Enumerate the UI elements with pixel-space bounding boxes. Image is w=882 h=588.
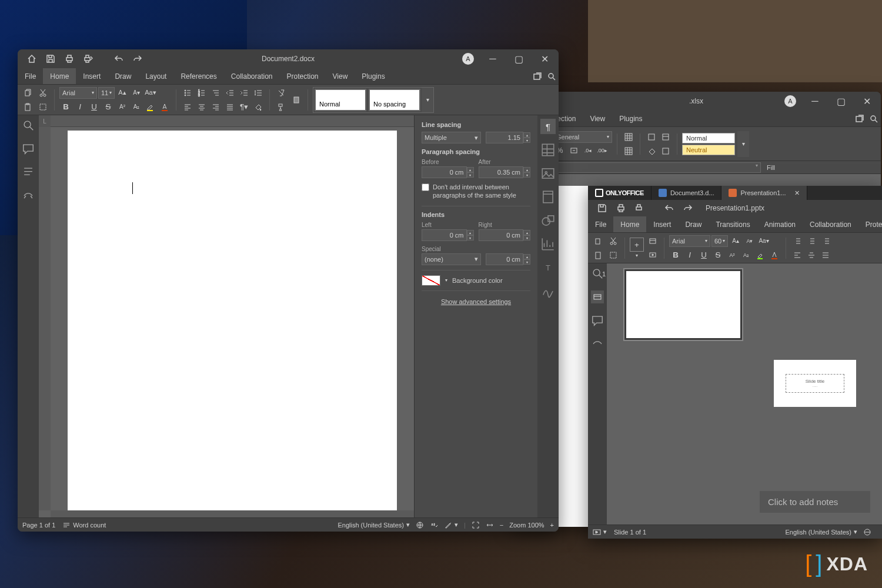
menu-plugins[interactable]: Plugins xyxy=(355,68,392,84)
number-format-select[interactable]: General▾ xyxy=(553,131,612,143)
font-family-select[interactable]: Arial▾ xyxy=(59,87,97,99)
style-neutral[interactable]: Neutral xyxy=(682,145,735,155)
pptx-inc-font[interactable]: A▴ xyxy=(729,235,742,248)
pptx-underline[interactable]: U xyxy=(697,249,710,262)
slide-title-placeholder[interactable]: Slide title ····· xyxy=(786,374,844,393)
pptx-menu-transitions[interactable]: Transitions xyxy=(709,216,757,232)
close-tab-icon[interactable]: ✕ xyxy=(794,189,800,197)
doc-avatar[interactable]: A xyxy=(462,53,474,65)
style-normal[interactable]: Normal xyxy=(682,133,735,143)
pptx-undo-icon[interactable] xyxy=(662,201,676,215)
pptx-slides-icon[interactable] xyxy=(591,290,604,303)
xlsx-open-location-icon[interactable] xyxy=(853,112,867,126)
format-painter-button[interactable] xyxy=(275,101,288,113)
word-count-button[interactable]: Word count xyxy=(62,521,106,529)
decrease-font-icon[interactable]: A▾ xyxy=(130,86,143,99)
change-case-icon[interactable]: Aa▾ xyxy=(144,86,157,99)
doc-close-button[interactable]: ✕ xyxy=(533,51,556,67)
pptx-superscript[interactable]: A² xyxy=(726,249,739,262)
conditional-format-button[interactable] xyxy=(645,131,658,143)
pptx-menu-protection[interactable]: Prote xyxy=(858,216,882,232)
cell-styles-dropdown[interactable]: ▾ xyxy=(737,131,749,157)
horizontal-scrollbar[interactable] xyxy=(51,510,414,517)
doc-titlebar[interactable]: Document2.docx A ─ ▢ ✕ xyxy=(18,49,559,68)
add-slide-button[interactable]: + xyxy=(630,238,644,252)
accounting-button[interactable] xyxy=(567,144,580,157)
start-slideshow-button[interactable] xyxy=(646,249,659,262)
pptx-copy-icon[interactable] xyxy=(592,235,604,248)
signature-tab-icon[interactable] xyxy=(540,283,556,299)
pptx-highlight[interactable] xyxy=(754,249,767,262)
document-page[interactable] xyxy=(68,131,397,510)
style-normal[interactable]: Normal xyxy=(315,89,366,111)
chart-tab-icon[interactable] xyxy=(540,236,556,252)
pptx-paste-icon[interactable] xyxy=(592,249,604,262)
pptx-menu-collaboration[interactable]: Collaboration xyxy=(803,216,858,232)
xlsx-close-button[interactable]: ✕ xyxy=(855,93,878,109)
app-home-tab[interactable]: ONLYOFFICE xyxy=(588,186,652,200)
pptx-bullets[interactable] xyxy=(791,235,804,248)
pptx-feedback-icon[interactable] xyxy=(591,338,604,350)
app-doc-tab[interactable]: Document3.d... xyxy=(652,186,722,200)
increase-indent-button[interactable] xyxy=(238,86,250,99)
notes-placeholder[interactable]: Click to add notes xyxy=(760,491,870,513)
pptx-dec-font[interactable]: A▾ xyxy=(743,235,756,248)
print-icon[interactable] xyxy=(62,52,76,66)
pptx-titlebar[interactable]: Presentation1.pptx xyxy=(588,200,882,216)
xlsx-menu-view[interactable]: View xyxy=(583,111,612,126)
table-tab-icon[interactable] xyxy=(540,142,556,158)
quick-print-icon[interactable] xyxy=(81,52,95,66)
shape-tab-icon[interactable] xyxy=(540,213,556,228)
pptx-dec-indent[interactable] xyxy=(819,235,832,248)
line-spacing-button[interactable] xyxy=(252,86,265,99)
search-icon[interactable] xyxy=(544,69,559,83)
clear-format-button[interactable] xyxy=(275,86,288,99)
menu-protection[interactable]: Protection xyxy=(280,68,326,84)
formula-bar[interactable]: ▾ Fill xyxy=(512,161,881,174)
pptx-lang-button[interactable]: English (United States) ▾ xyxy=(786,528,858,536)
pptx-numbering[interactable] xyxy=(805,235,818,248)
paste-icon[interactable] xyxy=(21,101,34,113)
decrease-indent-button[interactable] xyxy=(223,86,236,99)
headings-icon[interactable] xyxy=(22,166,35,179)
pptx-menu-home[interactable]: Home xyxy=(613,216,646,232)
no-interval-input[interactable] xyxy=(422,183,429,191)
page-indicator[interactable]: Page 1 of 1 xyxy=(22,522,55,529)
indent-right-input[interactable]: 0 cm xyxy=(479,229,524,241)
superscript-button[interactable]: A² xyxy=(116,101,129,113)
doc-max-button[interactable]: ▢ xyxy=(507,51,530,67)
pptx-fontsize-select[interactable]: 60▾ xyxy=(711,235,728,247)
language-button[interactable]: English (United States) ▾ xyxy=(338,521,410,529)
align-center-button[interactable] xyxy=(195,101,208,113)
indent-left-input[interactable]: 0 cm xyxy=(422,229,467,241)
increase-font-icon[interactable]: A▴ xyxy=(116,86,129,99)
menu-insert[interactable]: Insert xyxy=(76,68,108,84)
play-button[interactable]: ▾ xyxy=(593,528,607,536)
menu-references[interactable]: References xyxy=(173,68,223,84)
pptx-subscript[interactable]: A₂ xyxy=(740,249,753,262)
menu-view[interactable]: View xyxy=(326,68,355,84)
line-spacing-value-input[interactable]: 1.15 xyxy=(486,132,523,143)
pptx-change-case[interactable]: Aa▾ xyxy=(757,235,770,248)
font-color-button[interactable] xyxy=(158,101,171,113)
track-changes-icon[interactable]: ▾ xyxy=(444,521,458,529)
no-interval-checkbox[interactable]: Don't add interval between paragraphs of… xyxy=(422,183,530,200)
open-location-icon[interactable] xyxy=(530,69,544,83)
redo-icon[interactable] xyxy=(131,52,145,66)
line-spacing-mode-select[interactable]: Multiple▾ xyxy=(422,132,481,143)
fit-page-icon[interactable] xyxy=(472,521,480,529)
xlsx-menu-plugins[interactable]: Plugins xyxy=(612,111,649,126)
pptx-align-v[interactable] xyxy=(819,249,832,262)
header-tab-icon[interactable] xyxy=(540,189,556,205)
zoom-in-button[interactable]: + xyxy=(550,522,554,529)
pptx-menu-file[interactable]: File xyxy=(588,216,613,232)
pptx-italic[interactable]: I xyxy=(683,249,696,262)
comments-icon[interactable] xyxy=(22,142,35,155)
decrease-decimal-button[interactable]: .0◂ xyxy=(582,144,594,157)
italic-button[interactable]: I xyxy=(74,101,86,113)
format-table-button[interactable] xyxy=(659,131,672,143)
page-color-button[interactable] xyxy=(290,93,303,106)
pptx-menu-animation[interactable]: Animation xyxy=(757,216,803,232)
horizontal-ruler[interactable] xyxy=(51,115,414,127)
pptx-save-icon[interactable] xyxy=(595,201,609,215)
